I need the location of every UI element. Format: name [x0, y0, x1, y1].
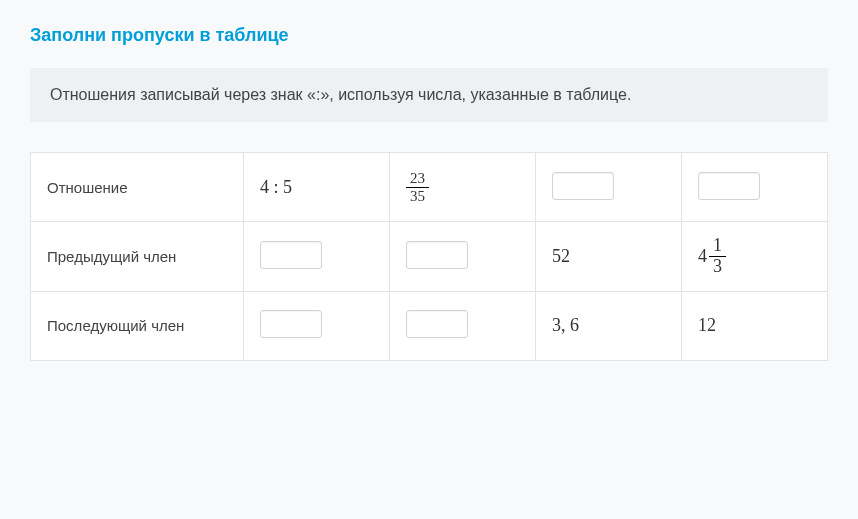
cell-prev-3: 52 [536, 222, 682, 292]
cell-next-4: 12 [682, 291, 828, 360]
input-box[interactable] [260, 310, 322, 338]
cell-prev-1[interactable] [244, 222, 390, 292]
row-label: Предыдущий член [31, 222, 244, 292]
cell-prev-4: 4 1 3 [682, 222, 828, 292]
input-box[interactable] [698, 172, 760, 200]
page-title: Заполни пропуски в таблице [30, 25, 828, 46]
input-box[interactable] [552, 172, 614, 200]
cell-next-1[interactable] [244, 291, 390, 360]
row-label: Последующий член [31, 291, 244, 360]
input-box[interactable] [260, 241, 322, 269]
cell-ratio-4[interactable] [682, 153, 828, 222]
cell-ratio-1: 4 : 5 [244, 153, 390, 222]
mixed-number: 4 1 3 [698, 236, 726, 277]
exercise-table: Отношение 4 : 5 23 35 Предыдущий член 52… [30, 152, 828, 361]
cell-ratio-2: 23 35 [390, 153, 536, 222]
row-label: Отношение [31, 153, 244, 222]
table-row: Последующий член 3, 6 12 [31, 291, 828, 360]
fraction: 23 35 [406, 170, 429, 204]
input-box[interactable] [406, 310, 468, 338]
table-row: Отношение 4 : 5 23 35 [31, 153, 828, 222]
cell-prev-2[interactable] [390, 222, 536, 292]
cell-next-2[interactable] [390, 291, 536, 360]
table-row: Предыдущий член 52 4 1 3 [31, 222, 828, 292]
input-box[interactable] [406, 241, 468, 269]
hint-box: Отношения записывай через знак «:», испо… [30, 68, 828, 122]
cell-ratio-3[interactable] [536, 153, 682, 222]
cell-next-3: 3, 6 [536, 291, 682, 360]
